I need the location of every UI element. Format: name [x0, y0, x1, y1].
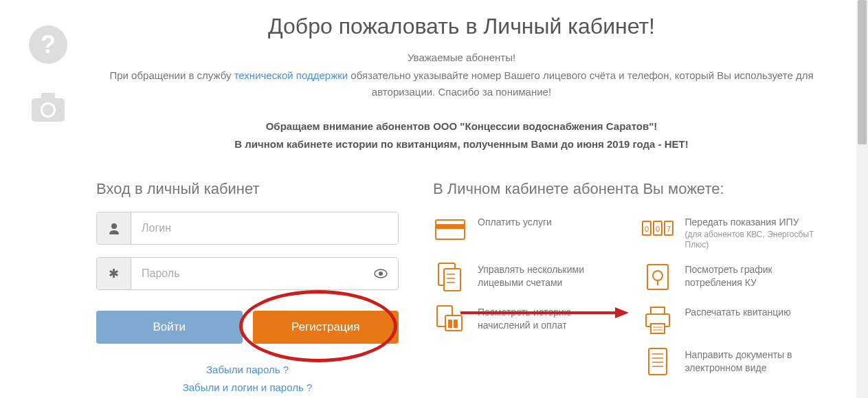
svg-point-23	[653, 271, 663, 280]
feature-empty	[433, 344, 620, 379]
feature-print: Распечатать квитанцию	[641, 302, 827, 336]
svg-rect-10	[436, 224, 465, 229]
svg-text:7: 7	[666, 225, 670, 233]
svg-rect-34	[649, 349, 667, 375]
login-input[interactable]	[131, 212, 398, 244]
warning-text: Обращаем внимание абонентов ООО "Концесс…	[96, 118, 827, 153]
history-icon	[433, 302, 467, 336]
asterisk-icon: ✱	[97, 258, 131, 289]
svg-rect-3	[41, 93, 55, 100]
page-title: Добро пожаловать в Личный кабинет!	[96, 14, 827, 39]
svg-rect-27	[448, 320, 452, 328]
feature-history: Посмотреть историю начислений и оплат	[433, 302, 620, 336]
help-icon[interactable]: ?	[27, 24, 69, 65]
password-input-group: ✱	[96, 257, 399, 290]
support-link[interactable]: технической поддержки	[234, 69, 348, 81]
svg-rect-9	[436, 220, 465, 239]
meter-icon: 007	[641, 212, 675, 246]
document-lines-icon	[641, 344, 675, 379]
svg-rect-28	[454, 320, 458, 328]
register-button[interactable]: Регистрация	[253, 311, 399, 344]
svg-text:?: ?	[41, 30, 56, 58]
greeting-text: Уважаемые абоненты!	[96, 52, 827, 63]
features-heading: В Личном кабинете абонента Вы можете:	[433, 180, 827, 198]
svg-text:0: 0	[655, 225, 659, 233]
forgot-password-link[interactable]: Забыли пароль ?	[96, 361, 399, 379]
user-icon	[97, 212, 131, 244]
feature-chart: Посмотреть график потребления КУ	[641, 259, 827, 294]
svg-rect-22	[647, 265, 668, 289]
scrollbar-thumb[interactable]	[858, 0, 867, 144]
login-input-group	[96, 212, 399, 245]
feature-send-docs: Направить документы в электронном виде	[641, 344, 827, 379]
svg-point-6	[111, 223, 117, 229]
show-password-icon[interactable]	[364, 258, 398, 289]
notice-text: При обращении в службу технической подде…	[96, 67, 827, 100]
svg-point-5	[43, 104, 54, 115]
feature-meter: 007 Передать показания ИПУ (для абоненто…	[641, 212, 827, 251]
login-button[interactable]: Войти	[96, 311, 243, 344]
svg-rect-18	[444, 269, 460, 291]
printer-icon	[641, 302, 675, 336]
feature-pay: Оплатить услуги	[433, 212, 620, 251]
svg-point-8	[379, 272, 383, 276]
svg-rect-31	[651, 324, 665, 333]
documents-icon	[433, 259, 467, 294]
svg-text:0: 0	[644, 225, 648, 233]
forgot-login-link[interactable]: Забыли и логин и пароль ?	[96, 379, 399, 397]
scrollbar[interactable]	[856, 0, 868, 398]
svg-rect-30	[651, 307, 665, 314]
chart-icon	[641, 259, 675, 294]
camera-icon[interactable]	[27, 86, 69, 127]
credit-card-icon	[433, 212, 467, 246]
login-heading: Вход в личный кабинет	[96, 180, 399, 198]
password-input[interactable]	[131, 258, 364, 289]
feature-accounts: Управлять несколькими лицевыми счетами	[433, 259, 620, 294]
